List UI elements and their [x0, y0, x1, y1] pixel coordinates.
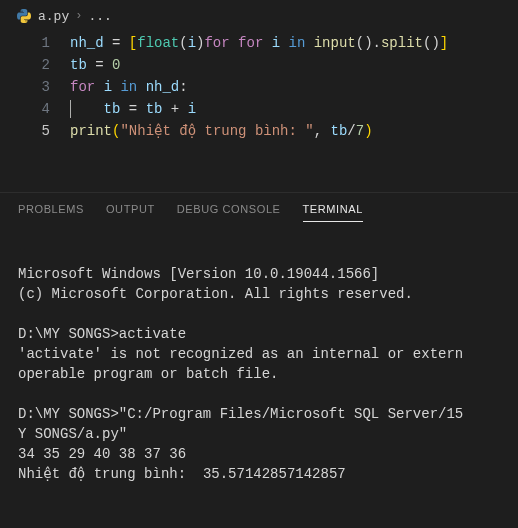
breadcrumb-rest[interactable]: ...	[88, 9, 111, 24]
code-content[interactable]: tb = tb + i	[70, 98, 518, 120]
line-number: 4	[6, 98, 70, 120]
tab-debug-console[interactable]: DEBUG CONSOLE	[177, 203, 281, 222]
editor-area: a.py › ... 1 nh_d = [float(i)for for i i…	[0, 0, 518, 192]
code-line[interactable]: 2 tb = 0	[6, 54, 518, 76]
chevron-right-icon: ›	[75, 9, 82, 23]
code-content[interactable]: nh_d = [float(i)for for i in input().spl…	[70, 32, 518, 54]
code-line[interactable]: 4 tb = tb + i	[6, 98, 518, 120]
code-content[interactable]: print("Nhiệt độ trung bình: ", tb/7)	[70, 120, 518, 142]
cursor	[70, 100, 71, 118]
terminal-line: operable program or batch file.	[18, 366, 278, 382]
panel-tabbar: PROBLEMS OUTPUT DEBUG CONSOLE TERMINAL	[0, 193, 518, 226]
terminal-line: Nhiệt độ trung bình: 35.57142857142857	[18, 466, 346, 482]
terminal-line: 34 35 29 40 38 37 36	[18, 446, 186, 462]
tab-output[interactable]: OUTPUT	[106, 203, 155, 222]
terminal-content[interactable]: Microsoft Windows [Version 10.0.19044.15…	[0, 226, 518, 504]
breadcrumb[interactable]: a.py › ...	[0, 4, 518, 32]
vscode-window: a.py › ... 1 nh_d = [float(i)for for i i…	[0, 0, 518, 528]
terminal-line: (c) Microsoft Corporation. All rights re…	[18, 286, 413, 302]
python-icon	[16, 8, 32, 24]
terminal-line: Y SONGS/a.py"	[18, 426, 127, 442]
terminal-line: D:\MY SONGS>"C:/Program Files/Microsoft …	[18, 406, 463, 422]
terminal-line: 'activate' is not recognized as an inter…	[18, 346, 463, 362]
code-content[interactable]: tb = 0	[70, 54, 518, 76]
line-number: 1	[6, 32, 70, 54]
terminal-line: Microsoft Windows [Version 10.0.19044.15…	[18, 266, 379, 282]
code-editor[interactable]: 1 nh_d = [float(i)for for i in input().s…	[0, 32, 518, 142]
code-line[interactable]: 1 nh_d = [float(i)for for i in input().s…	[6, 32, 518, 54]
tab-terminal[interactable]: TERMINAL	[303, 203, 363, 222]
code-content[interactable]: for i in nh_d:	[70, 76, 518, 98]
code-line[interactable]: 3 for i in nh_d:	[6, 76, 518, 98]
bottom-panel: PROBLEMS OUTPUT DEBUG CONSOLE TERMINAL M…	[0, 192, 518, 528]
terminal-line: D:\MY SONGS>activate	[18, 326, 186, 342]
line-number: 5	[6, 120, 70, 142]
line-number: 3	[6, 76, 70, 98]
tab-problems[interactable]: PROBLEMS	[18, 203, 84, 222]
breadcrumb-filename[interactable]: a.py	[38, 9, 69, 24]
code-line[interactable]: 5 print("Nhiệt độ trung bình: ", tb/7)	[6, 120, 518, 142]
line-number: 2	[6, 54, 70, 76]
